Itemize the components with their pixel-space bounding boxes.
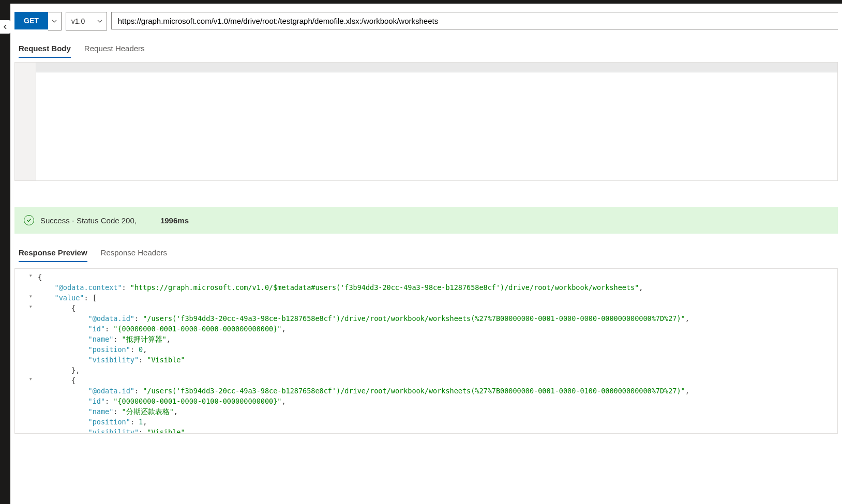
main-panel: GET v1.0 Request Body Request Headers Su… (10, 4, 842, 504)
fold-caret-icon[interactable]: ▾ (29, 273, 32, 278)
window-topbar (0, 0, 842, 4)
chevron-left-icon (3, 24, 8, 29)
tab-response-headers[interactable]: Response Headers (101, 245, 167, 261)
status-time: 1996ms (160, 216, 189, 225)
response-tabs: Response Preview Response Headers (14, 245, 838, 261)
request-bar: GET v1.0 (14, 4, 838, 30)
tab-request-headers[interactable]: Request Headers (84, 41, 145, 57)
response-viewer[interactable]: ▾ ▾ ▾ ▾ { "@odata.context": "https://gra… (14, 268, 838, 434)
api-version-dropdown[interactable]: v1.0 (66, 12, 107, 30)
request-tabs: Request Body Request Headers (14, 41, 838, 57)
response-json: { "@odata.context": "https://graph.micro… (36, 269, 837, 433)
fold-caret-icon[interactable]: ▾ (29, 294, 32, 299)
http-method-button[interactable]: GET (14, 12, 48, 29)
status-bar: Success - Status Code 200, 1996ms (14, 207, 838, 234)
http-method-dropdown[interactable] (48, 12, 62, 30)
request-url-input[interactable] (111, 12, 838, 29)
editor-gutter (15, 63, 36, 180)
response-gutter: ▾ ▾ ▾ ▾ (15, 269, 36, 433)
chevron-down-icon (52, 17, 57, 25)
fold-caret-icon[interactable]: ▾ (29, 304, 32, 309)
left-sidebar-collapsed (0, 4, 10, 504)
tab-request-body[interactable]: Request Body (19, 41, 71, 57)
editor-current-line (36, 63, 837, 72)
api-version-label: v1.0 (71, 17, 85, 25)
status-message: Success - Status Code 200, (40, 216, 137, 225)
expand-sidebar-button[interactable] (0, 20, 10, 34)
tab-response-preview[interactable]: Response Preview (19, 245, 87, 261)
chevron-down-icon (97, 17, 102, 25)
editor-body[interactable] (36, 63, 837, 180)
fold-caret-icon[interactable]: ▾ (29, 376, 32, 381)
success-icon (24, 215, 34, 225)
request-body-editor[interactable] (14, 62, 838, 181)
http-method-selector: GET (14, 12, 62, 30)
